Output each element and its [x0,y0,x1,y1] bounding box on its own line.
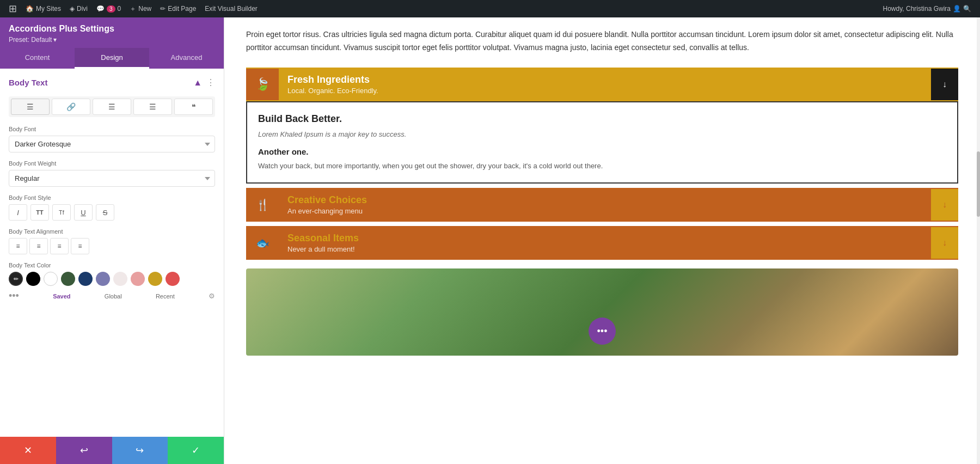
accordion-subtitle-3: Never a dull moment! [287,245,922,253]
text-alignment-buttons: ≡ ≡ ≡ ≡ [9,238,215,254]
accordion-header-1[interactable]: 🍃 Fresh Ingredients Local. Organic. Eco-… [246,68,958,101]
redo-icon: ↪ [136,444,144,456]
accordion-body-title-1: Build Back Better. [258,113,946,125]
recent-colors-tab[interactable]: Recent [156,293,175,300]
link-button[interactable]: 🔗 [52,99,90,115]
accordion-title-1: Fresh Ingredients [287,74,922,86]
section-collapse-button[interactable]: ▲ [193,78,202,88]
text-align-center-button[interactable]: ≡ [29,238,48,254]
wordpress-logo-icon[interactable]: ⊞ [4,3,21,15]
preset-label: Preset: Default [9,36,52,44]
color-swatch-purple-gray[interactable] [96,272,110,286]
image-content: ••• [246,268,958,356]
save-button[interactable]: ✓ [168,437,224,464]
accordion-icon-box-2: 🍴 [246,189,279,221]
color-swatch-dark-blue[interactable] [78,272,93,286]
image-overlay-button[interactable]: ••• [589,318,616,345]
color-swatch-pink[interactable] [131,272,145,286]
color-tabs-row: ••• Saved Global Recent ⚙ [9,290,215,302]
body-text-color-section: Body Text Color ✏ ••• [9,262,215,302]
comment-icon: 💬 [96,5,105,13]
unordered-list-button[interactable]: ☰ [133,99,172,115]
user-greeting[interactable]: Howdy, Christina Gwira 👤 🔍 [879,0,976,17]
color-swatch-red[interactable] [166,272,180,286]
exit-builder-label: Exit Visual Builder [205,5,258,13]
body-font-style-field: Body Font Style I TT Tf U S [9,194,215,221]
my-sites-menu[interactable]: 🏠 My Sites [21,0,65,17]
accordion-item-1: 🍃 Fresh Ingredients Local. Organic. Eco-… [246,68,958,184]
eyedropper-tool[interactable]: ✏ [9,272,23,286]
eyedropper-icon: ✏ [14,276,19,283]
undo-button[interactable]: ↩ [56,437,112,464]
body-text-alignment-label: Body Text Alignment [9,228,215,235]
text-align-right-button[interactable]: ≡ [50,238,69,254]
divi-menu[interactable]: ◈ Divi [65,0,92,17]
body-font-select[interactable]: Darker Grotesque [9,136,215,152]
ordered-list-button[interactable]: ☰ [93,99,131,115]
uppercase-button[interactable]: TT [30,204,49,221]
image-preview: ••• [246,268,958,356]
divi-label: Divi [77,5,88,13]
accordion-item-2: 🍴 Creative Choices An ever-changing menu… [246,188,958,222]
color-swatch-gold[interactable] [148,272,162,286]
color-swatch-black[interactable] [26,272,40,286]
new-label: New [138,5,151,13]
plus-icon: ＋ [130,4,136,14]
accordion-title-area-1: Fresh Ingredients Local. Organic. Eco-Fr… [279,68,931,101]
align-left-button[interactable]: ☰ [11,99,50,115]
color-swatches: ✏ [9,272,215,286]
accordion-body-1: Build Back Better. Lorem Khaled Ipsum is… [246,101,958,184]
quote-button[interactable]: ❝ [174,99,213,115]
body-text-title: Body Text [9,78,47,87]
panel-content: Body Text ▲ ⋮ ☰ 🔗 ☰ ☰ ❝ Body Font Darker… [0,69,224,437]
cancel-button[interactable]: ✕ [0,437,56,464]
body-font-weight-select[interactable]: Regular [9,170,215,187]
leaf-icon: 🍃 [255,77,270,91]
color-swatch-light-pink[interactable] [113,272,127,286]
redo-button[interactable]: ↪ [112,437,168,464]
text-align-left-button[interactable]: ≡ [9,238,27,254]
italic-button[interactable]: I [9,204,27,221]
search-icon[interactable]: 🔍 [963,5,971,13]
underline-button[interactable]: U [74,204,93,221]
left-panel: Accordions Plus Settings Preset: Default… [0,17,224,464]
section-menu-button[interactable]: ⋮ [206,77,215,88]
saved-colors-tab[interactable]: Saved [53,293,70,300]
accordion-header-2[interactable]: 🍴 Creative Choices An ever-changing menu… [246,188,958,222]
color-settings-icon[interactable]: ⚙ [209,292,215,300]
body-text-color-label: Body Text Color [9,262,215,268]
global-colors-tab[interactable]: Global [105,293,122,300]
new-menu[interactable]: ＋ New [125,0,156,17]
capitalize-button[interactable]: Tf [52,204,71,221]
tab-content[interactable]: Content [0,48,75,69]
color-swatch-white[interactable] [44,272,58,286]
comments-menu[interactable]: 💬 3 0 [92,0,125,17]
scrollbar-thumb[interactable] [977,151,980,217]
text-align-justify-button[interactable]: ≡ [71,238,89,254]
accordion-body-heading-2: Another one. [258,147,946,156]
text-format-toolbar: ☰ 🔗 ☰ ☰ ❝ [9,96,215,117]
greeting-text: Howdy, Christina Gwira [883,5,951,13]
home-icon: 🏠 [26,5,34,13]
tab-design[interactable]: Design [75,48,149,69]
accordion-icon-box-3: 🐟 [246,227,279,259]
body-text-alignment-field: Body Text Alignment ≡ ≡ ≡ ≡ [9,228,215,254]
accordion-toggle-3[interactable]: ↓ [931,227,958,259]
panel-preset[interactable]: Preset: Default ▾ [9,36,215,44]
accordion-toggle-1[interactable]: ↓ [931,69,958,100]
accordion-header-3[interactable]: 🐟 Seasonal Items Never a dull moment! ↓ [246,226,958,260]
tab-advanced[interactable]: Advanced [149,48,224,69]
accordion-subtitle-1: Local. Organic. Eco-Friendly. [287,87,922,95]
comment-count2: 0 [118,5,121,13]
scrollbar[interactable] [977,17,980,464]
edit-page-button[interactable]: ✏ Edit Page [156,0,200,17]
color-swatch-dark-green[interactable] [61,272,75,286]
accordion-body-text-3: Watch your back, but more importantly, w… [258,161,946,172]
body-font-weight-field: Body Font Weight Regular [9,160,215,187]
strikethrough-button[interactable]: S [96,204,114,221]
exit-visual-builder-button[interactable]: Exit Visual Builder [200,0,262,17]
accordion-toggle-2[interactable]: ↓ [931,189,958,221]
accordion-subtitle-2: An ever-changing menu [287,207,922,215]
my-sites-label: My Sites [36,5,61,13]
more-colors-button[interactable]: ••• [9,290,19,302]
